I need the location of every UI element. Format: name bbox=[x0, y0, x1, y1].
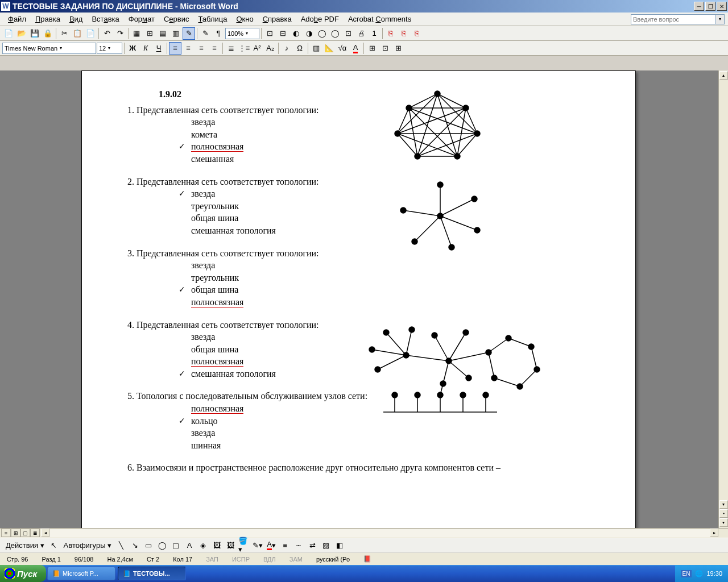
copy-button[interactable]: 📋 bbox=[71, 27, 84, 40]
draw-actions[interactable]: Действия ▾ bbox=[3, 541, 47, 550]
omega-button[interactable]: Ω bbox=[293, 42, 306, 55]
group-button[interactable]: ⊞ bbox=[366, 42, 378, 55]
toggle4-button[interactable]: ◑ bbox=[303, 27, 315, 40]
page1-button[interactable]: 1 bbox=[368, 27, 380, 40]
font-size-combo[interactable]: 12▾ bbox=[97, 43, 122, 54]
menu-edit[interactable]: Правка bbox=[31, 14, 65, 24]
start-button[interactable]: Пуск bbox=[0, 565, 46, 582]
zoom-combo[interactable]: 100%▾ bbox=[225, 28, 259, 39]
drawing-button[interactable]: ✎ bbox=[183, 27, 195, 40]
toggle1-button[interactable]: ⊡ bbox=[263, 27, 276, 40]
menu-format[interactable]: Формат bbox=[124, 14, 159, 24]
save-button[interactable]: 💾 bbox=[28, 27, 41, 40]
system-tray[interactable]: EN 🌐 19:30 bbox=[675, 565, 728, 582]
toggle6-button[interactable]: ◯ bbox=[329, 27, 341, 40]
help-input[interactable] bbox=[631, 14, 716, 24]
print-button[interactable]: 🖨 bbox=[355, 27, 367, 40]
language-indicator[interactable]: EN bbox=[681, 570, 692, 577]
italic-button[interactable]: К bbox=[139, 42, 152, 55]
clipart-button[interactable]: 🖼 bbox=[210, 539, 223, 551]
vertical-scrollbar[interactable]: ▴ ▾ ⦁ ▾ bbox=[718, 70, 728, 528]
status-ovr[interactable]: ЗАМ bbox=[286, 556, 306, 563]
new-button[interactable]: 📄 bbox=[2, 27, 15, 40]
help-dropdown[interactable]: ▾ bbox=[716, 14, 725, 24]
status-ext[interactable]: ВДЛ bbox=[260, 556, 279, 563]
arrow-style-button[interactable]: ⇄ bbox=[306, 539, 318, 551]
music-button[interactable]: ♪ bbox=[280, 42, 293, 55]
arrow-button[interactable]: ↘ bbox=[129, 539, 141, 551]
scroll-right-button[interactable]: ▸ bbox=[710, 529, 718, 537]
grid-button[interactable]: ⊞ bbox=[392, 42, 404, 55]
align-center-button[interactable]: ≡ bbox=[182, 42, 195, 55]
scroll-down-button[interactable]: ▾ bbox=[719, 500, 728, 509]
pdf1-button[interactable]: ⎘ bbox=[384, 27, 397, 40]
dash-style-button[interactable]: ┄ bbox=[292, 539, 305, 551]
browse-prev-button[interactable]: ⦁ bbox=[719, 509, 728, 518]
oval-button[interactable]: ◯ bbox=[156, 539, 168, 551]
menu-help[interactable]: Справка bbox=[258, 14, 296, 24]
menu-table[interactable]: Таблица bbox=[193, 14, 231, 24]
pdf2-button[interactable]: ⎘ bbox=[398, 27, 410, 40]
underline-button[interactable]: Ч bbox=[152, 42, 165, 55]
minimize-button[interactable]: ─ bbox=[694, 2, 704, 11]
sup-button[interactable]: A² bbox=[251, 42, 263, 55]
undo-button[interactable]: ↶ bbox=[101, 27, 113, 40]
toggle2-button[interactable]: ⊟ bbox=[276, 27, 289, 40]
pdf3-button[interactable]: ⎘ bbox=[411, 27, 423, 40]
ungroup-button[interactable]: ⊡ bbox=[379, 42, 391, 55]
menu-tools[interactable]: Сервис bbox=[159, 14, 194, 24]
numbering-button[interactable]: ≣ bbox=[225, 42, 237, 55]
insert-table-button[interactable]: ⊞ bbox=[143, 27, 156, 40]
redo-button[interactable]: ↷ bbox=[114, 27, 126, 40]
wordart-button[interactable]: A bbox=[183, 539, 196, 551]
chart-button[interactable]: ▥ bbox=[310, 42, 322, 55]
cut-button[interactable]: ✂ bbox=[58, 27, 71, 40]
table-button[interactable]: ▦ bbox=[130, 27, 143, 40]
line-button[interactable]: ╲ bbox=[115, 539, 127, 551]
scroll-up-button[interactable]: ▴ bbox=[719, 71, 728, 80]
menu-insert[interactable]: Вставка bbox=[87, 14, 123, 24]
permission-button[interactable]: 🔒 bbox=[42, 27, 54, 40]
reveal-button[interactable]: ✎ bbox=[199, 27, 212, 40]
font-name-combo[interactable]: Times New Roman▾ bbox=[2, 43, 96, 54]
toggle7-button[interactable]: ⊡ bbox=[342, 27, 354, 40]
view-normal-button[interactable]: ≡ bbox=[1, 529, 11, 537]
taskbar-item-powerpoint[interactable]: 📙 Microsoft P... bbox=[47, 567, 115, 580]
help-search[interactable]: ▾ bbox=[631, 14, 725, 24]
view-print-button[interactable]: ▢ bbox=[20, 529, 30, 537]
columns-button[interactable]: ▥ bbox=[169, 27, 182, 40]
close-button[interactable]: ✕ bbox=[717, 2, 727, 11]
view-outline-button[interactable]: ≣ bbox=[30, 529, 40, 537]
justify-button[interactable]: ≡ bbox=[208, 42, 221, 55]
status-book-icon[interactable]: 📕 bbox=[360, 555, 375, 563]
picture-button[interactable]: 🖼 bbox=[224, 539, 237, 551]
bullets-button[interactable]: ⋮≡ bbox=[238, 42, 250, 55]
browse-next-button[interactable]: ▾ bbox=[719, 518, 728, 527]
toggle5-button[interactable]: ◯ bbox=[316, 27, 328, 40]
line-style-button[interactable]: ≡ bbox=[279, 539, 291, 551]
status-trk[interactable]: ИСПР bbox=[229, 556, 253, 563]
taskbar-item-word[interactable]: 📘 ТЕСТОВЫ... bbox=[118, 567, 186, 580]
scroll-left-button[interactable]: ◂ bbox=[41, 529, 49, 537]
fill-button[interactable]: 🪣▾ bbox=[238, 539, 250, 551]
menu-adobe-pdf[interactable]: Adobe PDF bbox=[296, 14, 344, 24]
document-page[interactable]: 1.9.02 1. Представленная сеть соответств… bbox=[81, 70, 636, 538]
sqrt-button[interactable]: √α bbox=[336, 42, 349, 55]
equation-button[interactable]: 📐 bbox=[323, 42, 336, 55]
menu-view[interactable]: Вид bbox=[65, 14, 88, 24]
menu-window[interactable]: Окно bbox=[231, 14, 258, 24]
paste-button[interactable]: 📄 bbox=[84, 27, 97, 40]
horizontal-scrollbar[interactable]: ≡ ⊞ ▢ ≣ ◂ ▸ bbox=[0, 528, 728, 538]
sub-button[interactable]: A₂ bbox=[264, 42, 276, 55]
align-right-button[interactable]: ≡ bbox=[195, 42, 208, 55]
toggle3-button[interactable]: ◐ bbox=[289, 27, 302, 40]
bold-button[interactable]: Ж bbox=[126, 42, 139, 55]
align-left-button[interactable]: ≡ bbox=[169, 42, 181, 55]
maximize-button[interactable]: ❐ bbox=[705, 2, 715, 11]
menu-acrobat-comments[interactable]: Acrobat Comments bbox=[344, 14, 416, 24]
excel-button[interactable]: ▤ bbox=[156, 27, 169, 40]
textbox-button[interactable]: ▢ bbox=[169, 539, 182, 551]
font-color-button[interactable]: A bbox=[349, 42, 362, 55]
pilcrow-button[interactable]: ¶ bbox=[212, 27, 225, 40]
open-button[interactable]: 📂 bbox=[15, 27, 28, 40]
